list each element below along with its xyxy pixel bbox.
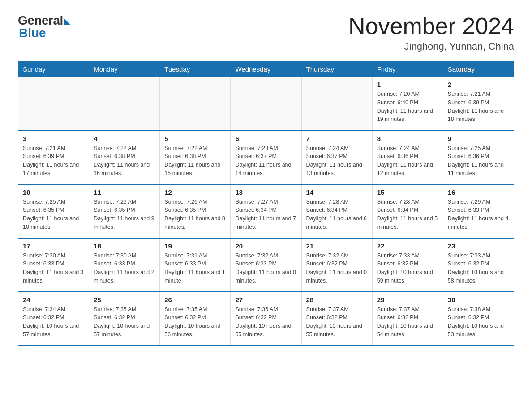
day-number: 16 bbox=[448, 188, 509, 196]
day-info: Sunrise: 7:27 AM Sunset: 6:34 PM Dayligh… bbox=[235, 198, 296, 231]
calendar-day-cell: 2Sunrise: 7:21 AM Sunset: 6:39 PM Daylig… bbox=[443, 77, 514, 131]
day-info: Sunrise: 7:35 AM Sunset: 6:32 PM Dayligh… bbox=[94, 305, 155, 339]
day-number: 6 bbox=[235, 135, 296, 142]
day-info: Sunrise: 7:37 AM Sunset: 6:32 PM Dayligh… bbox=[377, 305, 438, 339]
day-number: 25 bbox=[94, 296, 155, 304]
day-number: 26 bbox=[164, 296, 226, 304]
day-number: 17 bbox=[23, 242, 84, 250]
day-number: 2 bbox=[448, 81, 509, 88]
day-of-week-header: Thursday bbox=[301, 62, 372, 77]
calendar-day-cell: 22Sunrise: 7:33 AM Sunset: 6:32 PM Dayli… bbox=[372, 238, 443, 292]
calendar-day-cell: 5Sunrise: 7:22 AM Sunset: 6:38 PM Daylig… bbox=[160, 131, 231, 184]
calendar-day-cell: 27Sunrise: 7:36 AM Sunset: 6:32 PM Dayli… bbox=[231, 292, 301, 346]
day-of-week-header: Monday bbox=[89, 62, 160, 77]
calendar-day-cell: 13Sunrise: 7:27 AM Sunset: 6:34 PM Dayli… bbox=[231, 184, 301, 238]
day-info: Sunrise: 7:38 AM Sunset: 6:32 PM Dayligh… bbox=[448, 305, 509, 339]
calendar-day-cell bbox=[160, 77, 231, 131]
calendar-day-cell: 6Sunrise: 7:23 AM Sunset: 6:37 PM Daylig… bbox=[231, 131, 301, 184]
day-number: 28 bbox=[306, 296, 368, 304]
calendar-day-cell: 8Sunrise: 7:24 AM Sunset: 6:36 PM Daylig… bbox=[372, 131, 443, 184]
page-header: General Blue November 2024 Jinghong, Yun… bbox=[18, 13, 514, 52]
calendar-week-row: 24Sunrise: 7:34 AM Sunset: 6:32 PM Dayli… bbox=[18, 292, 514, 346]
calendar-table: SundayMondayTuesdayWednesdayThursdayFrid… bbox=[18, 61, 514, 346]
day-number: 20 bbox=[235, 242, 296, 250]
day-number: 3 bbox=[23, 135, 84, 142]
day-info: Sunrise: 7:33 AM Sunset: 6:32 PM Dayligh… bbox=[377, 252, 438, 285]
day-of-week-header: Friday bbox=[372, 62, 443, 77]
calendar-day-cell: 4Sunrise: 7:22 AM Sunset: 6:38 PM Daylig… bbox=[89, 131, 160, 184]
logo: General Blue bbox=[18, 13, 71, 40]
day-info: Sunrise: 7:36 AM Sunset: 6:32 PM Dayligh… bbox=[235, 305, 296, 339]
calendar-day-cell: 24Sunrise: 7:34 AM Sunset: 6:32 PM Dayli… bbox=[18, 292, 89, 346]
calendar-day-cell: 20Sunrise: 7:32 AM Sunset: 6:33 PM Dayli… bbox=[231, 238, 301, 292]
day-of-week-header: Saturday bbox=[443, 62, 514, 77]
day-info: Sunrise: 7:32 AM Sunset: 6:32 PM Dayligh… bbox=[306, 252, 368, 285]
day-info: Sunrise: 7:29 AM Sunset: 6:33 PM Dayligh… bbox=[448, 198, 509, 231]
day-number: 13 bbox=[235, 188, 296, 196]
day-info: Sunrise: 7:22 AM Sunset: 6:38 PM Dayligh… bbox=[164, 144, 226, 178]
calendar-day-cell: 15Sunrise: 7:28 AM Sunset: 6:34 PM Dayli… bbox=[372, 184, 443, 238]
day-info: Sunrise: 7:34 AM Sunset: 6:32 PM Dayligh… bbox=[23, 305, 84, 339]
calendar-day-cell: 25Sunrise: 7:35 AM Sunset: 6:32 PM Dayli… bbox=[89, 292, 160, 346]
day-info: Sunrise: 7:21 AM Sunset: 6:39 PM Dayligh… bbox=[23, 144, 84, 178]
calendar-day-cell: 3Sunrise: 7:21 AM Sunset: 6:39 PM Daylig… bbox=[18, 131, 89, 184]
calendar-day-cell: 1Sunrise: 7:20 AM Sunset: 6:40 PM Daylig… bbox=[372, 77, 443, 131]
calendar-day-cell: 10Sunrise: 7:25 AM Sunset: 6:35 PM Dayli… bbox=[18, 184, 89, 238]
calendar-day-cell: 14Sunrise: 7:28 AM Sunset: 6:34 PM Dayli… bbox=[301, 184, 372, 238]
day-info: Sunrise: 7:20 AM Sunset: 6:40 PM Dayligh… bbox=[377, 90, 438, 124]
calendar-week-row: 3Sunrise: 7:21 AM Sunset: 6:39 PM Daylig… bbox=[18, 131, 514, 184]
day-info: Sunrise: 7:28 AM Sunset: 6:34 PM Dayligh… bbox=[306, 198, 368, 231]
day-number: 30 bbox=[448, 296, 509, 304]
logo-blue-text: Blue bbox=[18, 26, 46, 40]
title-block: November 2024 Jinghong, Yunnan, China bbox=[348, 13, 514, 52]
calendar-day-cell: 17Sunrise: 7:30 AM Sunset: 6:33 PM Dayli… bbox=[18, 238, 89, 292]
calendar-day-cell: 30Sunrise: 7:38 AM Sunset: 6:32 PM Dayli… bbox=[443, 292, 514, 346]
day-info: Sunrise: 7:30 AM Sunset: 6:33 PM Dayligh… bbox=[94, 252, 155, 285]
calendar-day-cell: 11Sunrise: 7:26 AM Sunset: 6:35 PM Dayli… bbox=[89, 184, 160, 238]
day-number: 15 bbox=[377, 188, 438, 196]
day-info: Sunrise: 7:31 AM Sunset: 6:33 PM Dayligh… bbox=[164, 252, 226, 285]
day-info: Sunrise: 7:24 AM Sunset: 6:37 PM Dayligh… bbox=[306, 144, 368, 178]
day-of-week-header: Sunday bbox=[18, 62, 89, 77]
day-number: 21 bbox=[306, 242, 368, 250]
day-info: Sunrise: 7:30 AM Sunset: 6:33 PM Dayligh… bbox=[23, 252, 84, 285]
calendar-header-row: SundayMondayTuesdayWednesdayThursdayFrid… bbox=[18, 62, 514, 77]
calendar-day-cell: 9Sunrise: 7:25 AM Sunset: 6:36 PM Daylig… bbox=[443, 131, 514, 184]
calendar-day-cell: 16Sunrise: 7:29 AM Sunset: 6:33 PM Dayli… bbox=[443, 184, 514, 238]
calendar-day-cell bbox=[18, 77, 89, 131]
calendar-day-cell: 28Sunrise: 7:37 AM Sunset: 6:32 PM Dayli… bbox=[301, 292, 372, 346]
calendar-title: November 2024 bbox=[348, 13, 514, 39]
day-info: Sunrise: 7:26 AM Sunset: 6:35 PM Dayligh… bbox=[94, 198, 155, 231]
calendar-week-row: 1Sunrise: 7:20 AM Sunset: 6:40 PM Daylig… bbox=[18, 77, 514, 131]
day-number: 22 bbox=[377, 242, 438, 250]
day-of-week-header: Tuesday bbox=[160, 62, 231, 77]
day-info: Sunrise: 7:33 AM Sunset: 6:32 PM Dayligh… bbox=[448, 252, 509, 285]
day-info: Sunrise: 7:25 AM Sunset: 6:35 PM Dayligh… bbox=[23, 198, 84, 231]
day-number: 5 bbox=[164, 135, 226, 142]
day-info: Sunrise: 7:22 AM Sunset: 6:38 PM Dayligh… bbox=[94, 144, 155, 178]
day-number: 27 bbox=[235, 296, 296, 304]
calendar-day-cell: 23Sunrise: 7:33 AM Sunset: 6:32 PM Dayli… bbox=[443, 238, 514, 292]
day-number: 18 bbox=[94, 242, 155, 250]
day-info: Sunrise: 7:21 AM Sunset: 6:39 PM Dayligh… bbox=[448, 90, 509, 124]
day-info: Sunrise: 7:28 AM Sunset: 6:34 PM Dayligh… bbox=[377, 198, 438, 231]
day-number: 11 bbox=[94, 188, 155, 196]
logo-arrow-icon bbox=[64, 19, 71, 25]
day-number: 8 bbox=[377, 135, 438, 142]
calendar-day-cell: 12Sunrise: 7:26 AM Sunset: 6:35 PM Dayli… bbox=[160, 184, 231, 238]
day-number: 24 bbox=[23, 296, 84, 304]
day-number: 9 bbox=[448, 135, 509, 142]
calendar-day-cell: 26Sunrise: 7:35 AM Sunset: 6:32 PM Dayli… bbox=[160, 292, 231, 346]
calendar-day-cell: 7Sunrise: 7:24 AM Sunset: 6:37 PM Daylig… bbox=[301, 131, 372, 184]
calendar-day-cell bbox=[231, 77, 301, 131]
day-number: 4 bbox=[94, 135, 155, 142]
calendar-day-cell: 19Sunrise: 7:31 AM Sunset: 6:33 PM Dayli… bbox=[160, 238, 231, 292]
calendar-day-cell: 18Sunrise: 7:30 AM Sunset: 6:33 PM Dayli… bbox=[89, 238, 160, 292]
day-info: Sunrise: 7:24 AM Sunset: 6:36 PM Dayligh… bbox=[377, 144, 438, 178]
calendar-week-row: 17Sunrise: 7:30 AM Sunset: 6:33 PM Dayli… bbox=[18, 238, 514, 292]
day-of-week-header: Wednesday bbox=[231, 62, 301, 77]
calendar-day-cell bbox=[301, 77, 372, 131]
day-number: 14 bbox=[306, 188, 368, 196]
day-info: Sunrise: 7:32 AM Sunset: 6:33 PM Dayligh… bbox=[235, 252, 296, 285]
day-number: 1 bbox=[377, 81, 438, 88]
